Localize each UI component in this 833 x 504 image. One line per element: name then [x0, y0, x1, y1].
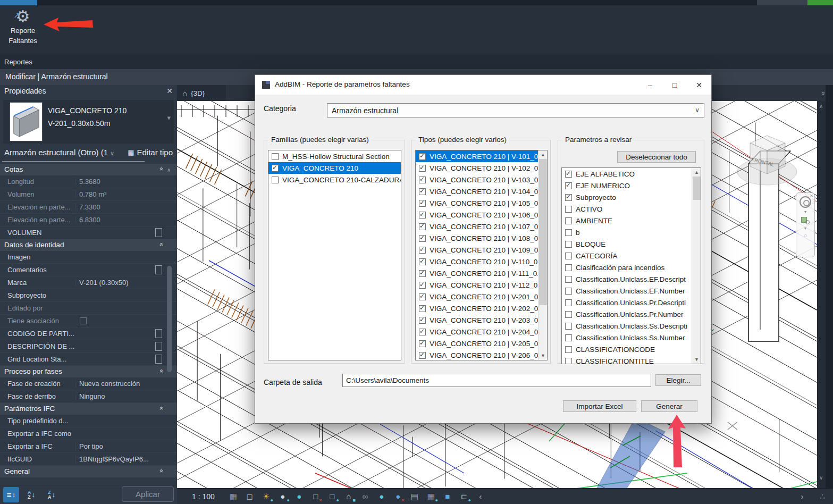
parametro-list-item[interactable]: Classification.Uniclass.Ss.Descripti: [562, 320, 692, 332]
property-button[interactable]: [155, 265, 162, 274]
parametro-list-item[interactable]: CLASSIFICATIONCODE: [562, 343, 692, 355]
scroll-up-icon[interactable]: ▲: [541, 152, 545, 157]
property-row[interactable]: Tipo predefinido d...: [0, 415, 177, 427]
tipo-list-item[interactable]: VIGA_CONCRETO 210 | V-204_0.3: [416, 326, 538, 338]
checkbox[interactable]: [272, 153, 279, 160]
parametro-list-item[interactable]: EJE ALFABETICO: [562, 168, 692, 180]
property-row[interactable]: Fase de derribo Ninguno: [0, 390, 177, 403]
property-row[interactable]: Marca V-201 (0.30x50): [0, 276, 177, 289]
scrollbar-thumb[interactable]: [693, 177, 701, 200]
reporte-faltantes-button[interactable]: ⚙↗ Reporte Faltantes: [2, 7, 44, 54]
parametro-list-item[interactable]: ACTIVO: [562, 203, 692, 215]
checkbox[interactable]: [419, 340, 426, 347]
checkbox[interactable]: [565, 171, 572, 178]
parametro-list-item[interactable]: b: [562, 226, 692, 238]
property-button[interactable]: [155, 329, 162, 338]
import-excel-button[interactable]: Importar Excel: [563, 400, 636, 412]
checkbox[interactable]: [419, 247, 426, 254]
checkbox[interactable]: [565, 229, 572, 236]
property-row[interactable]: Comentarios: [0, 264, 177, 276]
tipo-list-item[interactable]: VIGA_CONCRETO 210 | V-206_0.3: [416, 349, 538, 360]
checkbox[interactable]: [565, 182, 572, 189]
parametro-list-item[interactable]: Clasificación para incendios: [562, 262, 692, 273]
navbar-close-icon[interactable]: ✕: [810, 194, 813, 198]
checkbox[interactable]: [272, 165, 279, 172]
sort-ascending-button[interactable]: AZ ↓: [23, 487, 39, 502]
checkbox[interactable]: [419, 258, 426, 265]
tipo-list-item[interactable]: VIGA_CONCRETO 210 | V-202_0.3: [416, 303, 538, 314]
dialog-title-bar[interactable]: AddBIM - Reporte de parametros faltantes…: [255, 75, 711, 95]
parametro-list-item[interactable]: Classification.Uniclass.EF.Number: [562, 285, 692, 297]
checkbox[interactable]: [565, 264, 572, 271]
familias-listbox[interactable]: M_HSS-Hollow Structural Section VIGA_CON…: [268, 150, 401, 360]
temporary-hide-isolate-icon[interactable]: ●: [376, 491, 387, 502]
tipos-scrollbar[interactable]: ▲ ▼: [538, 150, 547, 360]
apply-button[interactable]: Aplicar: [122, 486, 174, 502]
parametro-list-item[interactable]: Classification.Uniclass.EF.Descript: [562, 273, 692, 285]
checkbox[interactable]: [419, 165, 426, 172]
property-row[interactable]: Longitud 5.3680: [0, 175, 177, 188]
edit-type-button[interactable]: ▦ Editar tipo: [128, 148, 173, 157]
navbar-expand-icon[interactable]: ▾: [804, 210, 806, 214]
checkbox[interactable]: [419, 305, 426, 312]
close-button[interactable]: ✕: [687, 75, 711, 95]
checkbox[interactable]: [565, 194, 572, 201]
choose-folder-button[interactable]: Elegir...: [655, 374, 701, 386]
steering-wheel-icon[interactable]: [800, 196, 811, 208]
zoom-expand-icon[interactable]: ▾: [804, 226, 806, 230]
sun-path-icon[interactable]: ☀●: [261, 491, 272, 502]
tipo-list-item[interactable]: VIGA_CONCRETO 210 | V-203_0.3: [416, 314, 538, 326]
tipo-list-item[interactable]: VIGA_CONCRETO 210 | V-108_0.3: [416, 232, 538, 244]
close-icon[interactable]: ✕: [166, 87, 173, 95]
property-row[interactable]: Fase de creación Nueva construcción: [0, 377, 177, 390]
checkbox[interactable]: [565, 206, 572, 213]
checkbox[interactable]: [419, 317, 426, 324]
property-checkbox[interactable]: [80, 317, 87, 324]
collapse-bar-icon[interactable]: ‹: [475, 491, 486, 502]
section-header-fases[interactable]: Proceso por fases »: [0, 366, 177, 377]
checkbox[interactable]: [565, 334, 572, 341]
checkbox[interactable]: [272, 177, 279, 183]
tipo-list-item[interactable]: VIGA_CONCRETO 210 | V-112_0.2: [416, 279, 538, 291]
tipo-list-item[interactable]: VIGA_CONCRETO 210 | V-109_0.2: [416, 244, 538, 256]
tipo-list-item[interactable]: VIGA_CONCRETO 210 | V-111_0.2: [416, 267, 538, 279]
tipo-list-item[interactable]: VIGA_CONCRETO 210 | V-103_0.3: [416, 174, 538, 186]
tipo-list-item[interactable]: VIGA_CONCRETO 210 | V-205_0.3: [416, 338, 538, 349]
property-row[interactable]: Editado por: [0, 302, 177, 315]
property-row[interactable]: VOLUMEN: [0, 226, 177, 239]
scrollbar-thumb[interactable]: [167, 266, 172, 372]
checkbox[interactable]: [565, 358, 572, 364]
parametro-list-item[interactable]: AMBIENTE: [562, 215, 692, 226]
checkbox[interactable]: [565, 299, 572, 306]
tipo-list-item[interactable]: VIGA_CONCRETO 210 | V-101_0.3: [416, 150, 538, 162]
sort-default-button[interactable]: ≡↕: [3, 487, 19, 502]
checkbox[interactable]: [419, 270, 426, 277]
parametro-list-item[interactable]: Classification.Uniclass.Ss.Number: [562, 332, 692, 343]
checkbox[interactable]: [565, 288, 572, 295]
expand-panel-icon[interactable]: ›: [797, 491, 807, 502]
property-row[interactable]: Elevación en parte... 6.8300: [0, 214, 177, 226]
tipo-list-item[interactable]: VIGA_CONCRETO 210 | V-104_0.3: [416, 186, 538, 197]
checkbox[interactable]: [419, 293, 426, 300]
checkbox[interactable]: [565, 253, 572, 259]
reveal-hidden-elements-icon[interactable]: ∞: [360, 491, 371, 502]
view-tab-3d[interactable]: ⌂ {3D}: [177, 85, 226, 101]
tipo-list-item[interactable]: VIGA_CONCRETO 210 | V-107_0.3: [416, 221, 538, 232]
measure-icon[interactable]: ⊏●: [459, 491, 469, 502]
property-button[interactable]: [155, 355, 162, 364]
section-header-identidad[interactable]: Datos de identidad »: [0, 239, 177, 251]
property-row[interactable]: Subproyecto: [0, 289, 177, 302]
pan-tool-icon[interactable]: ○: [804, 232, 807, 239]
output-folder-input[interactable]: C:\Users\avila\Documents: [342, 374, 651, 387]
checkbox[interactable]: [565, 346, 572, 353]
tipos-listbox[interactable]: VIGA_CONCRETO 210 | V-101_0.3 VIGA_CONCR…: [415, 150, 548, 360]
property-button[interactable]: [155, 228, 162, 237]
deselect-all-button[interactable]: Deseleccionar todo: [617, 151, 696, 163]
scroll-down-icon[interactable]: ▼: [694, 357, 699, 362]
property-row[interactable]: DESCRIPCIÓN DE ...: [0, 340, 177, 353]
zoom-tool-icon[interactable]: [801, 216, 810, 224]
checkbox[interactable]: [419, 188, 426, 195]
scroll-down-icon[interactable]: ▼: [541, 353, 545, 358]
shadows-icon[interactable]: ●●: [277, 491, 288, 502]
tipo-list-item[interactable]: VIGA_CONCRETO 210 | V-105_0.3: [416, 197, 538, 209]
